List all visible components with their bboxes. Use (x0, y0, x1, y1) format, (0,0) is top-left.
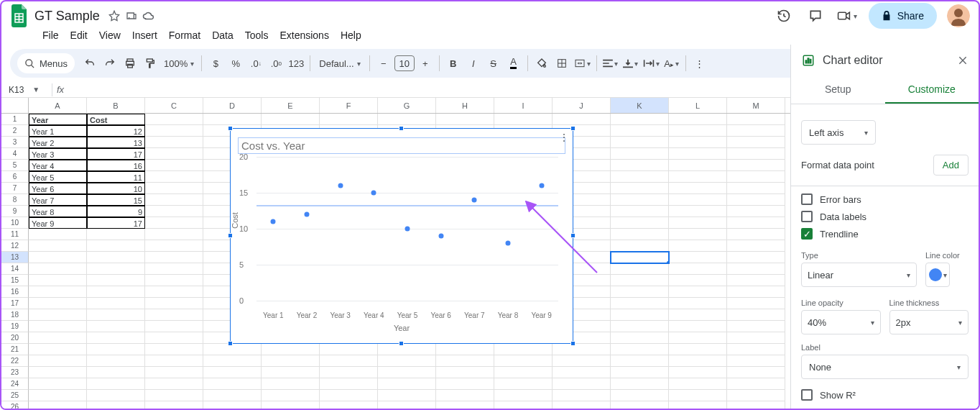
row-header[interactable]: 10 (1, 217, 29, 229)
col-header[interactable]: K (611, 98, 669, 113)
row-header[interactable]: 15 (1, 275, 29, 286)
cell[interactable] (320, 344, 378, 355)
show-r2-checkbox[interactable]: Show R² (801, 389, 969, 401)
strikethrough-button[interactable]: S (484, 54, 503, 73)
data-point[interactable] (304, 212, 309, 217)
row-header[interactable]: 17 (1, 298, 29, 309)
cell[interactable] (145, 125, 203, 137)
row-header[interactable]: 23 (1, 367, 29, 378)
cell[interactable] (553, 401, 611, 409)
cell[interactable] (87, 298, 145, 309)
cell[interactable] (145, 183, 203, 194)
menu-insert[interactable]: Insert (127, 28, 162, 42)
data-labels-checkbox[interactable]: Data labels (801, 211, 969, 222)
rotate-button[interactable]: A▸▾ (662, 54, 681, 73)
cell[interactable]: 17 (87, 148, 145, 160)
row-header[interactable]: 9 (1, 206, 29, 217)
cell[interactable] (611, 148, 669, 160)
cell[interactable] (203, 114, 262, 125)
chart-title[interactable]: Cost vs. Year (238, 137, 565, 154)
tab-setup[interactable]: Setup (791, 76, 885, 104)
cell[interactable] (87, 229, 145, 240)
cell[interactable] (145, 148, 203, 160)
cell[interactable] (29, 240, 87, 252)
data-point[interactable] (371, 191, 376, 196)
cell[interactable] (611, 298, 669, 309)
cell[interactable] (611, 332, 669, 344)
cell[interactable]: 15 (87, 194, 145, 206)
cell[interactable] (145, 367, 203, 378)
cell[interactable] (87, 286, 145, 298)
more-button[interactable]: ⋮ (690, 54, 709, 73)
cell[interactable] (436, 367, 494, 378)
select-all-corner[interactable] (1, 98, 29, 113)
italic-button[interactable]: I (464, 54, 483, 73)
cell[interactable] (669, 229, 727, 240)
cell[interactable]: Year 2 (29, 137, 87, 148)
data-point[interactable] (438, 234, 443, 239)
cell[interactable] (494, 390, 553, 401)
cell[interactable] (262, 367, 320, 378)
text-color-button[interactable]: A (504, 54, 523, 73)
cell[interactable] (611, 390, 669, 401)
currency-button[interactable]: $ (206, 54, 225, 73)
cell[interactable] (494, 367, 553, 378)
cell[interactable] (87, 401, 145, 409)
menu-format[interactable]: Format (164, 28, 205, 42)
cell[interactable] (494, 401, 553, 409)
cell[interactable] (727, 321, 785, 332)
cell[interactable]: 13 (87, 137, 145, 148)
cell[interactable] (669, 298, 727, 309)
row-header[interactable]: 12 (1, 240, 29, 252)
cell[interactable] (611, 114, 669, 125)
axis-select[interactable]: Left axis▾ (801, 120, 876, 145)
cell[interactable] (203, 378, 262, 390)
row-header[interactable]: 24 (1, 378, 29, 390)
cell[interactable] (87, 321, 145, 332)
font-select[interactable]: Defaul...▾ (315, 54, 364, 73)
avatar[interactable] (947, 4, 970, 27)
resize-handle[interactable] (399, 341, 404, 346)
cell[interactable] (378, 367, 436, 378)
cell[interactable] (87, 344, 145, 355)
cell[interactable] (611, 252, 669, 263)
col-header[interactable]: F (320, 98, 378, 113)
cell[interactable] (145, 286, 203, 298)
cell[interactable] (29, 355, 87, 367)
name-box[interactable]: K13▼ (4, 85, 47, 95)
history-icon[interactable] (771, 3, 797, 29)
cell[interactable] (611, 183, 669, 194)
cell[interactable] (611, 309, 669, 321)
document-title[interactable]: GT Sample (34, 9, 100, 24)
cell[interactable] (669, 275, 727, 286)
sheets-logo[interactable] (10, 4, 29, 28)
cell[interactable] (87, 390, 145, 401)
cell[interactable]: Year (29, 114, 87, 125)
cell[interactable] (727, 206, 785, 217)
cell[interactable] (436, 390, 494, 401)
cell[interactable] (29, 275, 87, 286)
wrap-button[interactable]: ▾ (642, 54, 661, 73)
cell[interactable] (145, 344, 203, 355)
cell[interactable] (145, 355, 203, 367)
cell[interactable] (145, 137, 203, 148)
cell[interactable] (669, 263, 727, 275)
data-point[interactable] (506, 241, 511, 246)
cell[interactable] (145, 114, 203, 125)
col-header[interactable]: L (669, 98, 727, 113)
cell[interactable] (378, 390, 436, 401)
meet-icon[interactable]: ▾ (834, 3, 860, 29)
data-point[interactable] (271, 219, 276, 224)
line-color-picker[interactable]: ▾ (925, 263, 950, 287)
font-size-input[interactable]: 10 (394, 55, 415, 71)
cell[interactable] (727, 286, 785, 298)
cell[interactable] (145, 378, 203, 390)
data-point[interactable] (472, 198, 477, 203)
menu-data[interactable]: Data (207, 28, 239, 42)
cell[interactable] (669, 160, 727, 171)
decrease-font-button[interactable]: − (374, 54, 393, 73)
cell[interactable] (320, 367, 378, 378)
print-button[interactable] (121, 54, 139, 73)
cell[interactable] (669, 194, 727, 206)
cell[interactable] (87, 378, 145, 390)
